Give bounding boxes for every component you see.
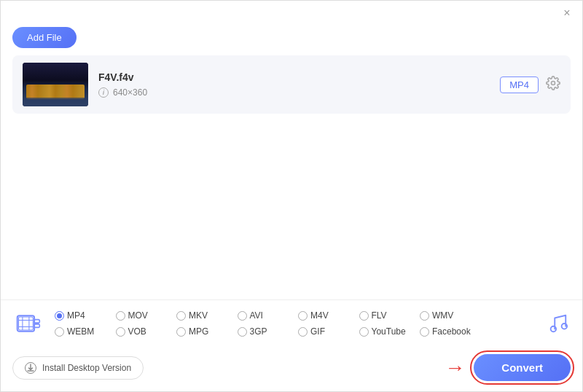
format-option-webm[interactable]: WEBM	[52, 325, 113, 338]
radio-avi	[238, 311, 247, 321]
format-bar: MP4 MOV MKV AVI M4V FLV	[1, 299, 582, 347]
format-label-youtube: YouTube	[372, 326, 406, 337]
radio-facebook	[420, 327, 429, 337]
format-label-3gp: 3GP	[250, 326, 267, 337]
close-button[interactable]: ×	[560, 7, 574, 20]
file-item: F4V.f4v i 640×360 MP4	[12, 55, 571, 114]
format-label-facebook: Facebook	[432, 326, 471, 337]
file-actions: MP4	[500, 76, 560, 94]
convert-button[interactable]: Convert	[474, 354, 571, 381]
video-format-icon[interactable]	[12, 307, 44, 340]
music-format-icon[interactable]	[544, 307, 571, 340]
radio-mpg	[176, 327, 186, 337]
format-option-mpg[interactable]: MPG	[173, 325, 235, 338]
format-label-vob: VOB	[128, 326, 146, 337]
format-option-gif[interactable]: GIF	[295, 325, 356, 338]
svg-rect-7	[34, 320, 39, 324]
radio-mov	[116, 311, 125, 321]
file-thumbnail	[23, 63, 88, 106]
radio-3gp	[238, 327, 247, 337]
file-meta: i 640×360	[98, 87, 490, 98]
install-label: Install Desktop Version	[42, 363, 131, 373]
radio-mp4	[55, 311, 64, 321]
radio-flv	[359, 311, 369, 321]
settings-icon[interactable]	[546, 76, 560, 94]
format-option-facebook[interactable]: Facebook	[417, 325, 478, 338]
format-option-3gp[interactable]: 3GP	[235, 325, 296, 338]
format-label-flv: FLV	[372, 310, 387, 321]
format-option-m4v[interactable]: M4V	[295, 309, 356, 322]
file-dimensions: 640×360	[113, 87, 147, 98]
format-option-flv[interactable]: FLV	[356, 309, 418, 322]
arrow-convert-group: → Convert	[445, 354, 571, 381]
format-option-mkv[interactable]: MKV	[173, 309, 235, 322]
title-bar: ×	[1, 1, 582, 23]
toolbar: Add File	[1, 23, 582, 55]
content-area	[1, 114, 582, 281]
format-option-mp4[interactable]: MP4	[52, 309, 113, 322]
format-badge[interactable]: MP4	[500, 77, 539, 93]
format-option-mov[interactable]: MOV	[113, 309, 174, 322]
format-option-vob[interactable]: VOB	[113, 325, 174, 338]
red-arrow-icon: →	[445, 358, 465, 378]
radio-vob	[116, 327, 125, 337]
svg-point-0	[552, 81, 555, 85]
format-label-wmv: WMV	[432, 310, 453, 321]
bottom-panel: MP4 MOV MKV AVI M4V FLV	[1, 299, 582, 391]
radio-mkv	[176, 311, 186, 321]
install-button[interactable]: Install Desktop Version	[12, 356, 144, 380]
svg-rect-2	[19, 317, 34, 330]
format-options: MP4 MOV MKV AVI M4V FLV	[52, 309, 539, 338]
radio-m4v	[298, 311, 308, 321]
format-option-avi[interactable]: AVI	[235, 309, 296, 322]
radio-webm	[55, 327, 64, 337]
action-bar: Install Desktop Version → Convert	[1, 347, 582, 391]
format-label-gif: GIF	[310, 326, 325, 337]
download-icon	[25, 362, 36, 374]
svg-rect-8	[34, 324, 39, 328]
file-list: F4V.f4v i 640×360 MP4	[1, 55, 582, 114]
format-option-youtube[interactable]: YouTube	[356, 325, 418, 338]
radio-wmv	[420, 311, 429, 321]
file-name: F4V.f4v	[98, 71, 490, 83]
thumbnail-image	[23, 63, 88, 106]
format-label-mp4: MP4	[67, 310, 85, 321]
svg-rect-1	[17, 315, 34, 332]
info-icon[interactable]: i	[98, 87, 109, 98]
format-label-avi: AVI	[250, 310, 263, 321]
format-label-mpg: MPG	[189, 326, 208, 337]
format-label-m4v: M4V	[310, 310, 329, 321]
radio-gif	[298, 327, 308, 337]
format-label-webm: WEBM	[67, 326, 94, 337]
add-file-button[interactable]: Add File	[12, 27, 77, 48]
format-label-mov: MOV	[128, 310, 148, 321]
file-info: F4V.f4v i 640×360	[98, 71, 490, 98]
radio-youtube	[359, 327, 369, 337]
format-label-mkv: MKV	[189, 310, 208, 321]
format-option-wmv[interactable]: WMV	[417, 309, 478, 322]
